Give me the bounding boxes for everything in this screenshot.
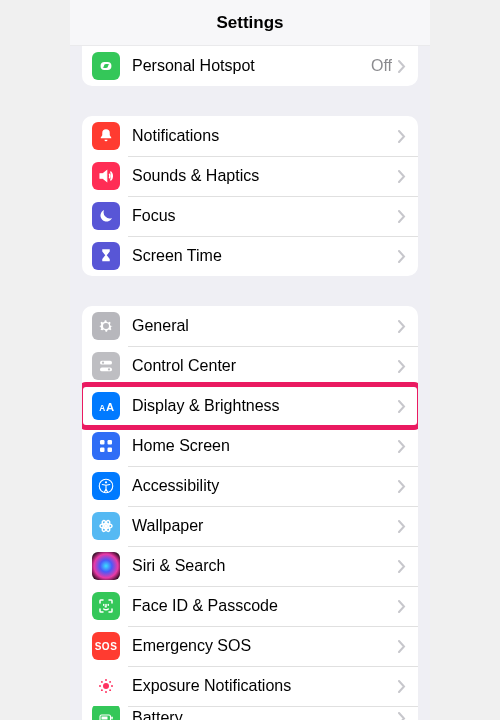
chevron-right-icon: [398, 480, 406, 493]
group-connectivity: Personal Hotspot Off: [82, 46, 418, 86]
row-label: Exposure Notifications: [132, 677, 398, 695]
row-label: Screen Time: [132, 247, 398, 265]
row-label: Home Screen: [132, 437, 398, 455]
svg-point-22: [109, 681, 111, 683]
row-display-brightness[interactable]: AA Display & Brightness: [82, 386, 418, 426]
svg-point-17: [105, 679, 107, 681]
svg-rect-9: [108, 448, 113, 453]
svg-text:A: A: [99, 404, 105, 413]
row-siri-search[interactable]: Siri & Search: [82, 546, 418, 586]
row-label: Siri & Search: [132, 557, 398, 575]
svg-rect-27: [102, 717, 108, 720]
svg-rect-6: [100, 440, 105, 445]
svg-rect-8: [100, 448, 105, 453]
group-notifications: Notifications Sounds & Haptics Focus: [82, 116, 418, 276]
chevron-right-icon: [398, 250, 406, 263]
row-exposure-notifications[interactable]: Exposure Notifications: [82, 666, 418, 706]
row-screen-time[interactable]: Screen Time: [82, 236, 418, 276]
link-icon: [92, 52, 120, 80]
svg-point-18: [105, 691, 107, 693]
row-label: Face ID & Passcode: [132, 597, 398, 615]
page-title: Settings: [216, 13, 283, 33]
grid-icon: [92, 432, 120, 460]
chevron-right-icon: [398, 320, 406, 333]
row-label: Personal Hotspot: [132, 57, 371, 75]
chevron-right-icon: [398, 640, 406, 653]
faceid-icon: [92, 592, 120, 620]
chevron-right-icon: [398, 60, 406, 73]
svg-point-23: [101, 689, 103, 691]
row-label: Display & Brightness: [132, 397, 398, 415]
row-label: Sounds & Haptics: [132, 167, 398, 185]
exposure-icon: [92, 672, 120, 700]
row-label: Emergency SOS: [132, 637, 398, 655]
row-faceid-passcode[interactable]: Face ID & Passcode: [82, 586, 418, 626]
speaker-icon: [92, 162, 120, 190]
svg-rect-26: [111, 717, 113, 720]
svg-rect-0: [100, 361, 112, 365]
chevron-right-icon: [398, 360, 406, 373]
row-focus[interactable]: Focus: [82, 196, 418, 236]
chevron-right-icon: [398, 520, 406, 533]
header-bar: Settings: [70, 0, 430, 46]
chevron-right-icon: [398, 400, 406, 413]
chevron-right-icon: [398, 680, 406, 693]
svg-text:A: A: [106, 401, 114, 413]
row-label: Control Center: [132, 357, 398, 375]
accessibility-icon: [92, 472, 120, 500]
chevron-right-icon: [398, 560, 406, 573]
row-control-center[interactable]: Control Center: [82, 346, 418, 386]
svg-point-11: [105, 481, 107, 483]
svg-rect-1: [100, 368, 112, 372]
moon-icon: [92, 202, 120, 230]
svg-point-19: [99, 685, 101, 687]
bell-icon: [92, 122, 120, 150]
row-value: Off: [371, 57, 392, 75]
hourglass-icon: [92, 242, 120, 270]
row-label: Notifications: [132, 127, 398, 145]
chevron-right-icon: [398, 170, 406, 183]
chevron-right-icon: [398, 130, 406, 143]
row-label: Focus: [132, 207, 398, 225]
svg-point-3: [108, 368, 110, 370]
row-sounds-haptics[interactable]: Sounds & Haptics: [82, 156, 418, 196]
row-label: Battery: [132, 709, 398, 720]
svg-point-16: [103, 683, 109, 689]
chevron-right-icon: [398, 600, 406, 613]
svg-point-21: [101, 681, 103, 683]
row-notifications[interactable]: Notifications: [82, 116, 418, 156]
row-home-screen[interactable]: Home Screen: [82, 426, 418, 466]
sos-icon: SOS: [92, 632, 120, 660]
gear-icon: [92, 312, 120, 340]
svg-point-20: [111, 685, 113, 687]
siri-icon: [92, 552, 120, 580]
svg-rect-7: [108, 440, 113, 445]
row-accessibility[interactable]: Accessibility: [82, 466, 418, 506]
group-general: General Control Center AA Display & Brig…: [82, 306, 418, 720]
chevron-right-icon: [398, 440, 406, 453]
row-label: Wallpaper: [132, 517, 398, 535]
row-personal-hotspot[interactable]: Personal Hotspot Off: [82, 46, 418, 86]
flower-icon: [92, 512, 120, 540]
text-size-icon: AA: [92, 392, 120, 420]
row-battery[interactable]: Battery: [82, 706, 418, 720]
row-general[interactable]: General: [82, 306, 418, 346]
chevron-right-icon: [398, 210, 406, 223]
svg-point-24: [109, 689, 111, 691]
settings-content: Personal Hotspot Off Notifications Sound…: [70, 46, 430, 720]
row-emergency-sos[interactable]: SOS Emergency SOS: [82, 626, 418, 666]
row-label: Accessibility: [132, 477, 398, 495]
switches-icon: [92, 352, 120, 380]
battery-icon: [92, 706, 120, 720]
svg-point-2: [102, 362, 104, 364]
row-wallpaper[interactable]: Wallpaper: [82, 506, 418, 546]
row-label: General: [132, 317, 398, 335]
settings-screen: Settings Personal Hotspot Off Notificati…: [70, 0, 430, 720]
chevron-right-icon: [398, 712, 406, 721]
